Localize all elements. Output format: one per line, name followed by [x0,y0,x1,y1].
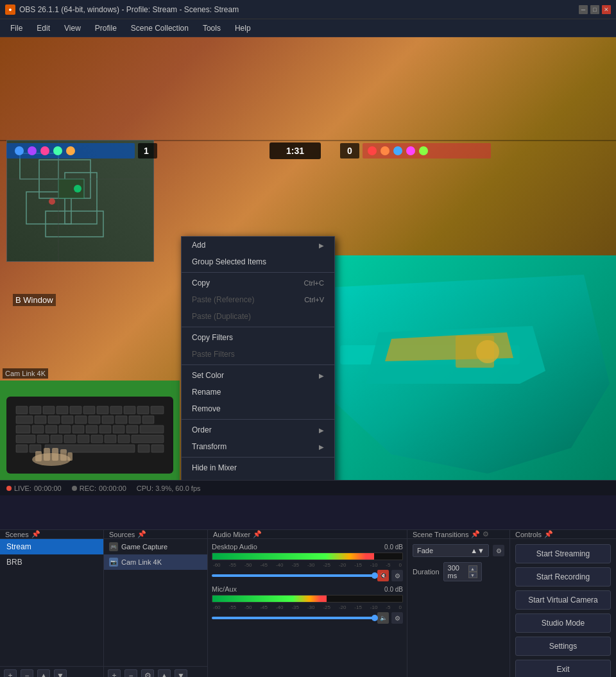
scenes-pin-icon[interactable]: 📌 [31,530,40,538]
settings-button[interactable]: Settings [515,637,611,656]
scenes-down-btn[interactable]: ▼ [54,669,67,678]
sources-up-btn[interactable]: ▲ [158,669,171,678]
close-button[interactable]: ✕ [602,5,611,14]
mic-aux-mute[interactable]: 🔈 [377,612,389,624]
transitions-content: Fade ▲▼ ⚙ Duration 300 ms ▲ ▼ [407,539,509,677]
audio-section-header: Audio Mixer 📌 [208,530,407,538]
ctx-transform[interactable]: Transform ▶ [182,438,334,455]
svg-point-77 [368,146,377,155]
keyboard-overlay [6,397,173,474]
duration-down[interactable]: ▼ [468,572,477,578]
svg-rect-56 [35,451,42,461]
sources-pin-icon[interactable]: 📌 [137,530,146,538]
bottom-panel: Scenes 📌 Sources 📌 Audio Mixer 📌 Scene T… [0,529,616,677]
svg-rect-32 [32,425,44,433]
menu-view[interactable]: View [58,21,87,35]
menu-help[interactable]: Help [228,21,257,35]
duration-row: Duration 300 ms ▲ ▼ [413,562,504,581]
ctx-copy[interactable]: Copy Ctrl+C [182,275,334,291]
mic-aux-gear[interactable]: ⚙ [391,612,403,624]
menu-tools[interactable]: Tools [196,21,227,35]
desktop-audio-track: Desktop Audio 0.0 dB -60 -55 -50 -45 -40… [212,543,403,581]
ctx-remove[interactable]: Remove [182,400,334,417]
ctx-group-selected[interactable]: Group Selected Items [182,253,334,270]
sources-settings-btn[interactable]: ⚙ [141,669,154,678]
menu-scene-collection[interactable]: Scene Collection [124,21,195,35]
b-window-label: B Window [13,294,56,306]
rec-dot [72,486,77,491]
transitions-settings-icon[interactable]: ⚙ [483,530,489,538]
svg-text:1: 1 [144,146,149,156]
scenes-remove-btn[interactable]: − [21,669,33,678]
ctx-sep-2 [182,327,334,327]
audio-pin-icon[interactable]: 📌 [253,530,262,538]
scenes-add-btn[interactable]: + [4,669,17,678]
ctx-copy-filters[interactable]: Copy Filters [182,329,334,346]
ctx-set-color[interactable]: Set Color ▶ [182,367,334,384]
menu-file[interactable]: File [4,21,29,35]
start-streaming-button[interactable]: Start Streaming [515,544,611,563]
source-item-game-capture[interactable]: 🎮 Game Capture [104,539,207,554]
svg-rect-29 [129,416,141,424]
source-cam-icon: 📷 [109,558,118,567]
desktop-audio-slider[interactable] [212,574,375,577]
svg-rect-24 [62,416,73,424]
ctx-order[interactable]: Order ▶ [182,422,334,438]
desktop-audio-gear[interactable]: ⚙ [391,570,403,581]
duration-up[interactable]: ▲ [468,565,477,572]
ctx-set-color-arrow: ▶ [319,372,324,379]
sources-down-btn[interactable]: ▼ [175,669,187,678]
maximize-button[interactable]: □ [590,5,599,14]
svg-rect-54 [151,445,164,452]
sources-list: 🎮 Game Capture 📷 Cam Link 4K [104,539,207,666]
desktop-audio-controls: 🔇 ⚙ [212,570,403,581]
svg-rect-34 [59,425,71,433]
duration-value: 300 ms [448,564,468,579]
start-virtual-camera-button[interactable]: Start Virtual Camera [515,590,611,610]
duration-spinner[interactable]: ▲ ▼ [468,565,477,578]
minimize-button[interactable]: ─ [579,5,588,14]
scenes-up-btn[interactable]: ▲ [37,669,50,678]
svg-rect-42 [37,435,49,443]
sources-section-header: Sources 📌 [104,530,208,538]
ctx-hide-in-mixer[interactable]: Hide in Mixer [182,459,334,476]
svg-rect-43 [51,435,62,443]
ctx-sep-3 [182,364,334,365]
menu-profile[interactable]: Profile [89,21,123,35]
mic-aux-scale: -60 -55 -50 -45 -40 -35 -30 -25 -20 -15 … [212,604,403,610]
ctx-order-arrow: ▶ [319,427,324,434]
mic-aux-db: 0.0 dB [384,586,403,593]
scenes-section-header: Scenes 📌 [0,530,104,538]
transition-settings-btn[interactable]: ⚙ [493,545,504,556]
start-recording-button[interactable]: Start Recording [515,567,611,587]
mic-aux-slider[interactable] [212,617,375,619]
desktop-audio-mute[interactable]: 🔇 [377,570,389,581]
ctx-rename[interactable]: Rename [182,384,334,400]
menu-edit[interactable]: Edit [30,21,56,35]
studio-mode-button[interactable]: Studio Mode [515,613,611,633]
live-label: LIVE: [14,484,31,492]
controls-pin-icon[interactable]: 📌 [544,530,553,538]
ctx-add[interactable]: Add ▶ [182,237,334,253]
title-bar-left: ● OBS 26.1.1 (64-bit, windows) - Profile… [5,4,239,15]
scene-item-stream[interactable]: Stream [0,539,103,554]
svg-rect-59 [60,449,67,461]
audio-mixer-content: Desktop Audio 0.0 dB -60 -55 -50 -45 -40… [208,539,407,677]
live-dot [6,486,12,491]
sources-panel: 🎮 Game Capture 📷 Cam Link 4K + − ⚙ ▲ ▼ [104,539,208,677]
mic-aux-controls: 🔈 ⚙ [212,612,403,624]
ctx-deinterlacing[interactable]: Deinterlacing ▶ [182,476,334,480]
svg-rect-36 [86,425,98,433]
scene-item-brb[interactable]: BRB [0,554,103,570]
mic-aux-thumb [372,615,378,621]
source-game-label: Game Capture [121,543,167,551]
mic-aux-track: Mic/Aux 0.0 dB -60 -55 -50 -45 -40 -35 -… [212,585,403,624]
transitions-pin-icon[interactable]: 📌 [471,530,480,538]
exit-button[interactable]: Exit [515,660,611,677]
sources-remove-btn[interactable]: − [124,669,137,678]
source-item-cam-link[interactable]: 📷 Cam Link 4K [104,554,207,570]
mic-aux-label: Mic/Aux [212,585,237,593]
duration-input[interactable]: 300 ms ▲ ▼ [443,562,482,581]
transition-type-select[interactable]: Fade ▲▼ [413,544,489,557]
sources-add-btn[interactable]: + [108,669,121,678]
